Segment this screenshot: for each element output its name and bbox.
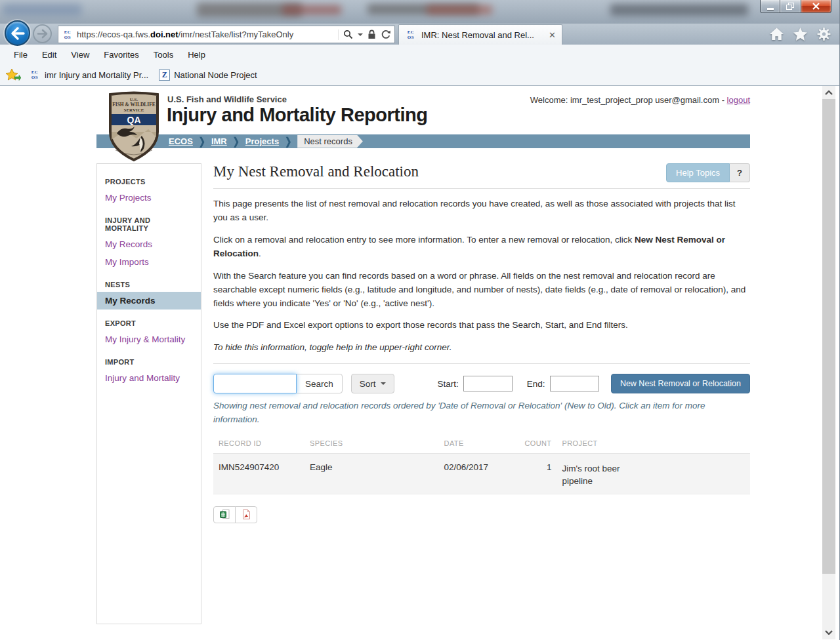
background-blur bbox=[610, 4, 748, 16]
logout-link[interactable]: logout bbox=[727, 95, 750, 105]
z-favicon: Z bbox=[159, 70, 170, 81]
sidebar-item-export-injury-mortality[interactable]: My Injury & Mortality bbox=[97, 330, 201, 348]
search-input[interactable] bbox=[213, 374, 297, 393]
url-text[interactable]: https://ecos-qa.fws.doi.net/imr/nestTake… bbox=[77, 30, 335, 39]
help-toggle-button[interactable]: ? bbox=[730, 163, 750, 182]
chevron-right-icon: ❯ bbox=[233, 135, 240, 147]
sidebar-item-my-imports[interactable]: My Imports bbox=[97, 253, 201, 271]
sidebar: PROJECTS My Projects INJURY AND MORTALIT… bbox=[96, 163, 201, 624]
ecos-favicon: EC OS bbox=[29, 70, 41, 80]
menu-help[interactable]: Help bbox=[180, 47, 213, 62]
sidebar-item-my-projects[interactable]: My Projects bbox=[97, 189, 201, 207]
column-header-date: DATE bbox=[439, 434, 520, 454]
forward-button[interactable] bbox=[33, 24, 52, 43]
divider bbox=[213, 363, 750, 364]
address-bar[interactable]: EC OS https://ecos-qa.fws.doi.net/imr/ne… bbox=[58, 26, 395, 43]
start-date-input[interactable] bbox=[463, 376, 513, 391]
sidebar-item-nests-my-records[interactable]: My Records bbox=[97, 292, 201, 310]
sidebar-section-injury-and-mortality: INJURY AND MORTALITY bbox=[97, 207, 201, 235]
browser-window: EC OS https://ecos-qa.fws.doi.net/imr/ne… bbox=[0, 0, 840, 640]
intro-paragraph-3: With the Search feature you can find rec… bbox=[213, 270, 750, 311]
sidebar-section-import: IMPORT bbox=[97, 348, 201, 369]
add-favorite-icon[interactable] bbox=[5, 68, 21, 82]
search-dropdown-icon[interactable] bbox=[358, 33, 363, 36]
refresh-icon[interactable] bbox=[381, 30, 391, 40]
scroll-up-icon[interactable] bbox=[822, 87, 835, 98]
minimize-icon bbox=[767, 8, 774, 10]
filter-bar: Search Sort Start: End: New Nest Removal… bbox=[213, 374, 750, 393]
table-row[interactable]: IMN524907420 Eagle 02/06/2017 1 Jim's ro… bbox=[213, 453, 750, 494]
breadcrumb-imr[interactable]: IMR bbox=[211, 136, 227, 146]
vertical-scrollbar[interactable] bbox=[822, 86, 835, 639]
scrollbar-thumb[interactable] bbox=[822, 99, 835, 574]
home-icon[interactable] bbox=[769, 27, 784, 41]
restore-icon bbox=[786, 3, 795, 10]
back-button[interactable] bbox=[5, 20, 30, 46]
cell-record-id[interactable]: IMN524907420 bbox=[213, 453, 304, 494]
export-excel-button[interactable] bbox=[213, 506, 236, 523]
scroll-down-icon[interactable] bbox=[822, 626, 835, 638]
sidebar-section-projects: PROJECTS bbox=[97, 168, 201, 189]
cell-project[interactable]: Jim's root beer pipeline bbox=[556, 453, 750, 494]
site-header: U.S. FISH & WILDLIFE SERVICE QA U.S. Fis… bbox=[96, 86, 750, 134]
help-topics-button[interactable]: Help Topics bbox=[666, 163, 730, 182]
breadcrumb-ecos[interactable]: ECOS bbox=[169, 136, 193, 146]
showing-records-note: Showing nest removal and relocation reco… bbox=[213, 399, 750, 426]
sidebar-item-im-my-records[interactable]: My Records bbox=[97, 235, 201, 253]
menu-edit[interactable]: Edit bbox=[35, 47, 64, 62]
ecos-favicon: EC OS bbox=[405, 30, 417, 40]
ecos-favicon: EC OS bbox=[62, 30, 74, 40]
search-button[interactable]: Search bbox=[296, 374, 343, 393]
sidebar-section-export: EXPORT bbox=[97, 310, 201, 330]
close-button[interactable] bbox=[801, 0, 831, 13]
page-title: My Nest Removal and Relocation bbox=[213, 163, 419, 180]
restore-button[interactable] bbox=[780, 0, 801, 13]
export-buttons bbox=[213, 506, 257, 523]
column-header-record-id: RECORD ID bbox=[213, 434, 304, 454]
background-blur bbox=[3, 4, 81, 16]
export-pdf-button[interactable] bbox=[235, 506, 257, 523]
cell-species[interactable]: Eagle bbox=[304, 453, 439, 494]
window-titlebar bbox=[0, 0, 839, 24]
favorite-bookmark-imr[interactable]: EC OS imr Injury and Mortality Pr... bbox=[26, 68, 151, 81]
forward-arrow-icon bbox=[37, 29, 48, 39]
sort-button[interactable]: Sort bbox=[351, 374, 394, 393]
column-header-species: SPECIES bbox=[304, 434, 439, 454]
breadcrumb-projects[interactable]: Projects bbox=[245, 136, 279, 146]
menu-bar: File Edit View Favorites Tools Help bbox=[0, 45, 839, 64]
excel-export-icon bbox=[219, 509, 230, 520]
svg-text:FISH & WILDLIFE: FISH & WILDLIFE bbox=[112, 102, 156, 108]
background-blur bbox=[427, 5, 492, 14]
search-icon[interactable] bbox=[343, 30, 353, 39]
menu-view[interactable]: View bbox=[64, 47, 96, 62]
sidebar-section-nests: NESTS bbox=[97, 271, 201, 292]
menu-favorites[interactable]: Favorites bbox=[96, 47, 146, 62]
settings-gear-icon[interactable] bbox=[816, 27, 831, 41]
column-header-project: PROJECT bbox=[556, 434, 750, 454]
minimize-button[interactable] bbox=[760, 0, 780, 13]
app-title: Injury and Mortality Reporting bbox=[167, 104, 427, 126]
end-date-input[interactable] bbox=[550, 376, 599, 391]
cell-count[interactable]: 1 bbox=[519, 453, 556, 494]
caret-down-icon bbox=[381, 382, 386, 385]
menu-tools[interactable]: Tools bbox=[146, 47, 180, 62]
close-icon bbox=[812, 3, 820, 10]
pdf-export-icon bbox=[241, 509, 252, 520]
cell-date[interactable]: 02/06/2017 bbox=[439, 453, 520, 494]
new-nest-removal-button[interactable]: New Nest Removal or Relocation bbox=[611, 374, 750, 393]
menu-file[interactable]: File bbox=[7, 47, 35, 62]
intro-paragraph-4: Use the PDF and Excel export options to … bbox=[213, 319, 750, 332]
start-label: Start: bbox=[438, 379, 459, 389]
favorite-bookmark-national-node[interactable]: Z National Node Project bbox=[156, 68, 259, 82]
fws-qa-logo: U.S. FISH & WILDLIFE SERVICE QA bbox=[105, 91, 163, 162]
browser-tab[interactable]: EC OS IMR: Nest Removal and Rel... ✕ bbox=[398, 24, 562, 45]
sidebar-item-import-injury-mortality[interactable]: Injury and Mortality bbox=[97, 369, 201, 387]
tab-title: IMR: Nest Removal and Rel... bbox=[421, 30, 534, 40]
breadcrumb: ECOS ❯ IMR ❯ Projects ❯ Nest records bbox=[96, 134, 750, 148]
tab-close-icon[interactable]: ✕ bbox=[549, 31, 556, 39]
main-content: My Nest Removal and Relocation Help Topi… bbox=[213, 163, 750, 523]
browser-navbar: EC OS https://ecos-qa.fws.doi.net/imr/ne… bbox=[0, 24, 839, 45]
back-arrow-icon bbox=[10, 26, 26, 41]
favorites-star-icon[interactable] bbox=[793, 27, 808, 41]
intro-paragraph-1: This page presents the list of nest remo… bbox=[213, 197, 750, 225]
